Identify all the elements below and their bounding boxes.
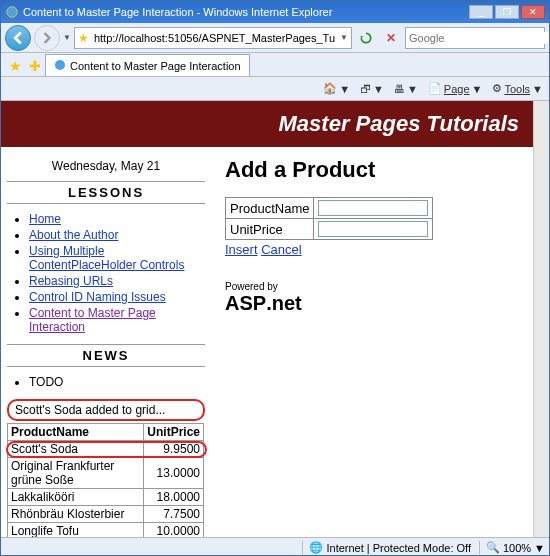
tab-label: Content to Master Page Interaction	[70, 60, 241, 72]
print-button[interactable]: 🖶▼	[394, 83, 418, 95]
cell-name: Scott's Soda	[8, 441, 144, 458]
products-grid: ProductName UnitPrice Scott's Soda9.9500…	[7, 423, 205, 537]
address-dropdown-icon[interactable]: ▼	[337, 33, 351, 42]
powered-by: Powered by ASP.net	[225, 281, 519, 315]
tab-bar: ★ ✚ Content to Master Page Interaction	[1, 53, 549, 77]
news-header: NEWS	[7, 344, 205, 367]
page-title: Add a Product	[225, 157, 519, 183]
gear-icon: ⚙	[492, 82, 502, 95]
browser-tab[interactable]: Content to Master Page Interaction	[45, 54, 250, 76]
zoom-control[interactable]: 🔍 100% ▼	[479, 541, 545, 554]
lesson-link[interactable]: Content to Master Page Interaction	[29, 306, 156, 334]
sidebar: Wednesday, May 21 LESSONS HomeAbout the …	[1, 147, 211, 537]
lesson-link[interactable]: Rebasing URLs	[29, 274, 113, 288]
lesson-link[interactable]: Using Multiple ContentPlaceHolder Contro…	[29, 244, 184, 272]
add-favorites-icon[interactable]: ✚	[25, 56, 45, 76]
home-button[interactable]: 🏠▼	[323, 82, 350, 95]
forward-button[interactable]	[34, 25, 60, 51]
favicon-icon: ★	[75, 31, 92, 45]
sidebar-item-lesson: Using Multiple ContentPlaceHolder Contro…	[29, 244, 205, 272]
lesson-link[interactable]: Control ID Naming Issues	[29, 290, 166, 304]
current-date: Wednesday, May 21	[7, 159, 205, 173]
banner-title: Master Pages Tutorials	[279, 111, 519, 136]
search-input[interactable]	[406, 32, 550, 44]
vertical-scrollbar[interactable]	[533, 101, 549, 537]
sidebar-item-lesson: Rebasing URLs	[29, 274, 205, 288]
zone-status: 🌐 Internet | Protected Mode: Off	[302, 541, 471, 554]
grid-header-price: UnitPrice	[144, 424, 204, 441]
cell-price: 18.0000	[144, 489, 204, 506]
field-label-name: ProductName	[226, 198, 314, 219]
table-row: Scott's Soda9.9500	[8, 441, 205, 458]
site-banner: Master Pages Tutorials	[1, 101, 533, 147]
command-bar: 🏠▼ 🗗▼ 🖶▼ 📄Page ▼ ⚙Tools ▼	[1, 77, 549, 101]
maximize-button[interactable]: ❐	[495, 5, 519, 19]
sidebar-item-lesson: Home	[29, 212, 205, 226]
cancel-link[interactable]: Cancel	[261, 242, 301, 257]
table-row: Longlife Tofu10.0000	[8, 523, 205, 538]
aspnet-logo: ASP.net	[225, 292, 519, 315]
window-titlebar: Content to Master Page Interaction - Win…	[1, 1, 549, 23]
grid-header-name: ProductName	[8, 424, 144, 441]
window-title: Content to Master Page Interaction - Win…	[23, 6, 332, 18]
back-button[interactable]	[5, 25, 31, 51]
history-dropdown-icon[interactable]: ▼	[63, 33, 71, 42]
home-icon: 🏠	[323, 82, 337, 95]
stop-button[interactable]: ✕	[380, 27, 402, 49]
address-bar[interactable]: ★ ▼	[74, 27, 352, 49]
status-bar: 🌐 Internet | Protected Mode: Off 🔍 100% …	[1, 537, 549, 556]
news-item: TODO	[29, 375, 205, 389]
address-input[interactable]	[92, 32, 337, 44]
rss-icon: 🗗	[360, 83, 371, 95]
insert-link[interactable]: Insert	[225, 242, 258, 257]
svg-point-1	[55, 60, 65, 70]
cell-price: 10.0000	[144, 523, 204, 538]
lesson-link[interactable]: About the Author	[29, 228, 118, 242]
cell-name: Original Frankfurter grüne Soße	[8, 458, 144, 489]
feeds-button[interactable]: 🗗▼	[360, 83, 384, 95]
globe-icon: 🌐	[309, 541, 323, 554]
table-row: Original Frankfurter grüne Soße13.0000	[8, 458, 205, 489]
cell-price: 13.0000	[144, 458, 204, 489]
svg-point-0	[7, 7, 18, 18]
cell-name: Lakkalikööri	[8, 489, 144, 506]
unit-price-input[interactable]	[318, 221, 428, 237]
close-button[interactable]: ✕	[521, 5, 545, 19]
sidebar-item-lesson: Control ID Naming Issues	[29, 290, 205, 304]
refresh-button[interactable]	[355, 27, 377, 49]
main-content: Add a Product ProductName UnitPrice Inse…	[211, 147, 533, 537]
cell-price: 9.9500	[144, 441, 204, 458]
tools-menu[interactable]: ⚙Tools ▼	[492, 82, 543, 95]
table-row: Lakkalikööri18.0000	[8, 489, 205, 506]
page-menu[interactable]: 📄Page ▼	[428, 82, 483, 95]
print-icon: 🖶	[394, 83, 405, 95]
table-row: Rhönbräu Klosterbier7.7500	[8, 506, 205, 523]
content-area: Master Pages Tutorials Wednesday, May 21…	[1, 101, 549, 537]
product-form: ProductName UnitPrice	[225, 197, 433, 240]
sidebar-item-lesson: Content to Master Page Interaction	[29, 306, 205, 334]
lesson-link[interactable]: Home	[29, 212, 61, 226]
page-icon: 📄	[428, 82, 442, 95]
status-message: Scott's Soda added to grid...	[7, 399, 205, 421]
product-name-input[interactable]	[318, 200, 428, 216]
minimize-button[interactable]: _	[469, 5, 493, 19]
cell-name: Longlife Tofu	[8, 523, 144, 538]
lessons-header: LESSONS	[7, 181, 205, 204]
cell-name: Rhönbräu Klosterbier	[8, 506, 144, 523]
tab-favicon-icon	[54, 59, 66, 73]
cell-price: 7.7500	[144, 506, 204, 523]
search-box[interactable]: 🔍	[405, 27, 545, 49]
field-label-price: UnitPrice	[226, 219, 314, 240]
ie-icon	[5, 5, 19, 19]
sidebar-item-lesson: About the Author	[29, 228, 205, 242]
zoom-icon: 🔍	[486, 541, 500, 554]
nav-toolbar: ▼ ★ ▼ ✕ 🔍	[1, 23, 549, 53]
favorites-star-icon[interactable]: ★	[5, 56, 25, 76]
